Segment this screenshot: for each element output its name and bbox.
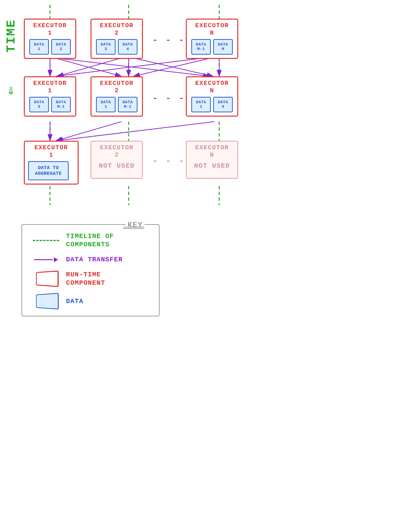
data-block-4: DATA4 <box>118 39 137 55</box>
key-row-transfer: DATA TRANSFER <box>32 256 149 264</box>
key-symbol-arrow <box>32 257 60 262</box>
data-block-m1: DATAM-1 <box>191 39 211 55</box>
key-desc-runtime: RUN-TIMECOMPONENT <box>66 270 105 287</box>
executor-2-row-2: EXECUTOR2 DATA1 DATAM-1 <box>91 76 143 117</box>
key-box: KEY TIMELINE OFCOMPONENTS DATA TRANSFER <box>21 224 160 317</box>
data-block-r2-n1: DATA1 <box>191 97 211 112</box>
executor-2-row-3: EXECUTOR2 NOT USED <box>91 141 143 179</box>
executor-n-row-1: EXECUTORN DATAM-1 DATAM <box>186 19 238 59</box>
diagram-container: TIME ⇓ EXECUTOR1 DATA1 DATA2 EXECUTOR2 D… <box>0 0 405 532</box>
key-underline-1 <box>123 227 144 228</box>
data-block-1: DATA1 <box>29 39 49 55</box>
data-block-r2-1: DATA3 <box>29 97 49 112</box>
time-label: TIME <box>4 19 18 53</box>
svg-line-25 <box>57 122 214 141</box>
svg-line-17 <box>57 57 124 76</box>
svg-line-19 <box>132 58 213 76</box>
executor-1-row-2: EXECUTOR1 DATA3 DATAM-1 <box>24 76 76 117</box>
key-row-timeline: TIMELINE OFCOMPONENTS <box>32 232 149 249</box>
data-block-2: DATA2 <box>51 39 71 55</box>
executor-1-row-1-title: EXECUTOR1 <box>28 22 72 37</box>
executor-1-row-3: EXECUTOR1 DATA TOAGGREGATE <box>24 141 79 185</box>
executor-2-not-used: NOT USED <box>95 162 139 170</box>
executor-1-row-1-data: DATA1 DATA2 <box>28 39 72 55</box>
executor-1-row-2-data: DATA3 DATAM-1 <box>28 97 72 112</box>
executor-2-row-1-data: DATA3 DATA4 <box>95 39 139 55</box>
svg-line-21 <box>133 57 214 76</box>
key-symbol-dashed <box>32 240 60 241</box>
executor-n-row-2: EXECUTORN DATA1 DATA4 <box>186 76 238 117</box>
key-blue-box <box>36 293 59 310</box>
executor-n-row-3: EXECUTORN NOT USED <box>186 141 238 179</box>
executor-1-row-3-title: EXECUTOR1 <box>28 144 74 159</box>
executor-1-row-2-title: EXECUTOR1 <box>28 80 72 94</box>
executor-1-row-1: EXECUTOR1 DATA1 DATA2 <box>24 19 76 59</box>
executor-2-row-1: EXECUTOR2 DATA3 DATA4 <box>91 19 143 59</box>
svg-line-20 <box>56 57 210 76</box>
data-block-r2-3: DATA1 <box>96 97 115 112</box>
svg-line-15 <box>52 57 122 76</box>
svg-line-24 <box>56 122 122 141</box>
data-block-r2-4: DATAM-1 <box>118 97 137 112</box>
key-symbol-redbox <box>32 271 60 286</box>
executor-n-row-2-title: EXECUTORN <box>190 80 234 94</box>
executor-n-row-3-title: EXECUTORN <box>190 144 234 159</box>
executor-2-row-2-title: EXECUTOR2 <box>95 80 139 94</box>
executor-n-row-1-title: EXECUTORN <box>190 22 234 37</box>
time-arrows: ⇓ <box>7 83 15 98</box>
key-row-data: DATA <box>32 294 149 309</box>
key-purple-line <box>34 259 53 260</box>
data-block-aggregate: DATA TOAGGREGATE <box>28 161 69 180</box>
key-underline-2 <box>123 228 144 229</box>
executor-n-not-used: NOT USED <box>190 162 234 170</box>
data-block-3: DATA3 <box>96 39 115 55</box>
key-dashed-line <box>33 240 59 241</box>
key-purple-arrow <box>34 257 58 262</box>
key-purple-arrowhead <box>54 257 58 262</box>
key-symbol-bluebox <box>32 294 60 309</box>
executor-2-row-3-title: EXECUTOR2 <box>95 144 139 159</box>
executor-n-row-1-data: DATAM-1 DATAM <box>190 39 234 55</box>
executor-n-row-2-data: DATA1 DATA4 <box>190 97 234 112</box>
data-block-m: DATAM <box>213 39 233 55</box>
svg-line-16 <box>54 58 210 76</box>
data-block-r2-2: DATAM-1 <box>51 97 71 112</box>
key-desc-timeline: TIMELINE OFCOMPONENTS <box>66 232 114 249</box>
key-row-runtime: RUN-TIMECOMPONENT <box>32 270 149 287</box>
key-red-box <box>36 270 59 287</box>
key-desc-transfer: DATA TRANSFER <box>66 256 123 264</box>
key-desc-data: DATA <box>66 297 83 305</box>
executor-2-row-2-data: DATA1 DATAM-1 <box>95 97 139 112</box>
data-block-r2-n2: DATA4 <box>213 97 233 112</box>
executor-2-row-1-title: EXECUTOR2 <box>95 22 139 37</box>
